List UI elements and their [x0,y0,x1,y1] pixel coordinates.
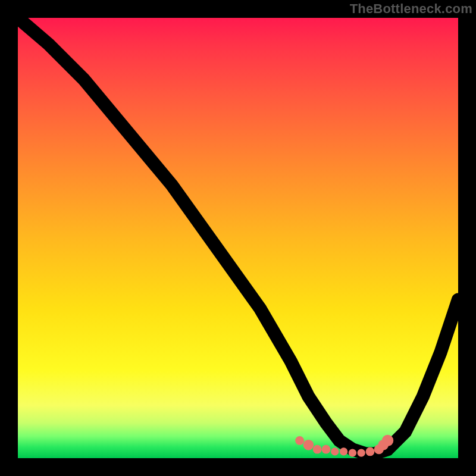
attribution-text: TheBottleneck.com [350,1,472,17]
valley-dot [366,447,375,456]
valley-dot [331,447,339,455]
plot-area [18,18,458,458]
valley-dot [358,449,365,456]
valley-dot [340,447,347,455]
bottleneck-curve [18,18,458,454]
valley-dot [313,445,322,454]
valley-dot [303,440,314,450]
curve-svg [18,18,458,458]
valley-dot [322,445,331,454]
valley-dot [295,436,304,445]
valley-dot [349,449,356,456]
valley-dot [382,435,393,446]
chart-frame: TheBottleneck.com [0,0,476,476]
